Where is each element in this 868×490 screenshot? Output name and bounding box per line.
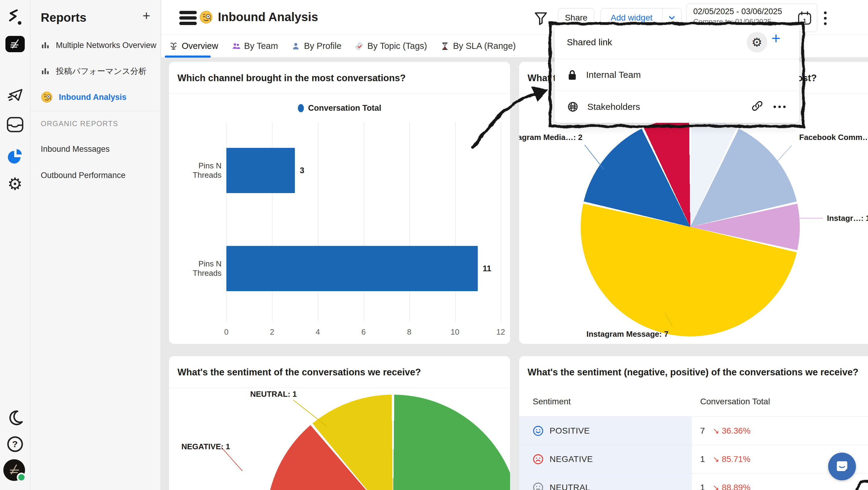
bar-chart-icon <box>41 67 50 76</box>
column-header[interactable]: Conversation Total <box>692 387 868 416</box>
bar-chart-icon <box>41 41 50 50</box>
trend-down-icon: ↘ <box>713 484 719 490</box>
lock-icon <box>567 69 578 81</box>
pie-label: NEGATIVE: 1 <box>181 442 230 451</box>
widget-divider <box>169 388 510 388</box>
sentiment-pie-chart[interactable] <box>266 395 510 490</box>
tab-by-topic[interactable]: By Topic (Tags) <box>354 35 427 57</box>
sentiment-label: POSITIVE <box>550 426 590 436</box>
channels-pie-chart[interactable] <box>581 118 800 336</box>
tab-label: By Team <box>244 41 278 51</box>
sidebar-item-inbound-analysis[interactable]: Inbound Analysis <box>30 86 161 109</box>
add-widget-button[interactable]: Add widget <box>600 8 681 28</box>
widget-sentiment-pie: What's the sentiment of the conversation… <box>169 356 510 490</box>
globe-icon <box>567 101 579 113</box>
y-axis-category: Pins N Threads <box>175 259 221 278</box>
workspace-badge-icon[interactable] <box>5 36 25 53</box>
share-button[interactable]: Share <box>558 8 594 28</box>
tab-by-team[interactable]: By Team <box>231 35 278 57</box>
sentiment-label: NEGATIVE <box>550 454 593 464</box>
help-icon[interactable]: ? <box>7 436 23 452</box>
chat-bubble-icon <box>834 459 850 474</box>
widget-title: What's the sentiment (negative, positive… <box>528 367 858 378</box>
tab-label: Overview <box>182 41 218 51</box>
sentiment-table: Sentiment Conversation Total POSITIVE 7 … <box>519 387 868 490</box>
sidebar-item-label: 投稿パフォーマンス分析 <box>56 66 147 77</box>
bar-row[interactable]: 3 <box>226 148 501 193</box>
chart-legend[interactable]: Conversation Total <box>169 103 510 113</box>
sidebar-item-post-performance[interactable]: 投稿パフォーマンス分析 <box>30 60 161 83</box>
change-percent: 88.89% <box>722 483 750 490</box>
reports-sidebar: Reports + Multiple Networks Overview 投稿パ… <box>30 0 161 490</box>
legend-label: Conversation Total <box>308 103 381 113</box>
bar-plot: 3 11 <box>226 122 501 321</box>
bust-icon <box>291 42 300 51</box>
toc-menu-icon[interactable] <box>179 11 197 25</box>
column-header[interactable]: Sentiment <box>519 387 692 416</box>
tab-overview[interactable]: Overview <box>169 35 218 57</box>
tab-by-profile[interactable]: By Profile <box>291 35 341 57</box>
page-title: Inbound Analysis <box>218 10 318 24</box>
sidebar-item-label: Inbound Analysis <box>59 93 126 102</box>
widget-channel-conversations: Which channel brought in the most conver… <box>169 62 510 344</box>
sidebar-section-label: ORGANIC REPORTS <box>41 120 118 128</box>
filter-icon[interactable] <box>534 11 548 27</box>
bar-row[interactable]: 11 <box>226 246 501 291</box>
sidebar-item-label: Outbound Performance <box>41 171 126 180</box>
inbox-icon[interactable] <box>6 117 24 133</box>
new-report-button[interactable]: + <box>143 9 150 22</box>
trend-down-icon: ↘ <box>713 427 719 435</box>
gear-icon: ⚙ <box>751 36 763 48</box>
bar-segment[interactable] <box>226 246 478 291</box>
user-avatar[interactable] <box>3 459 28 483</box>
more-options-icon[interactable] <box>824 11 827 25</box>
total-value: 1 <box>700 454 705 464</box>
support-chat-button[interactable] <box>828 453 856 480</box>
table-row[interactable]: NEGATIVE 1 ↘ 85.71% <box>519 445 868 473</box>
shared-link-settings-button[interactable]: ⚙ <box>747 32 767 53</box>
reports-pie-icon[interactable] <box>6 146 24 164</box>
sentiment-label: NEUTRAL <box>550 483 590 490</box>
table-row[interactable]: POSITIVE 7 ↘ 36.36% <box>519 417 868 445</box>
pie-label: Instagr…: 1 <box>827 214 868 223</box>
shared-link-internal-team[interactable]: Internal Team <box>555 59 799 91</box>
chevron-down-icon[interactable] <box>662 13 681 22</box>
copy-link-icon[interactable] <box>751 100 764 115</box>
y-axis-category: Pins N Threads <box>175 161 221 180</box>
publishing-plane-icon[interactable] <box>6 86 24 104</box>
settings-gear-icon[interactable]: ⚙ <box>7 175 22 193</box>
bar-segment[interactable] <box>226 148 295 193</box>
bar-value-label: 3 <box>300 166 304 175</box>
monocle-face-icon <box>199 10 213 25</box>
brand-logo-icon[interactable] <box>6 8 24 27</box>
date-range-value: 02/05/2025 - 03/06/2025 <box>693 7 811 16</box>
table-row[interactable]: NEUTRAL 1 ↘ 88.89% <box>519 473 868 490</box>
total-value: 7 <box>700 426 705 436</box>
tab-label: By SLA (Range) <box>453 41 516 51</box>
legend-swatch <box>298 104 304 112</box>
bar-value-label: 11 <box>483 264 491 273</box>
shared-link-label: Stakeholders <box>587 102 640 112</box>
tab-label: By Topic (Tags) <box>367 41 427 51</box>
dark-mode-moon-icon[interactable] <box>7 409 24 426</box>
sidebar-item-label: Multiple Networks Overview <box>56 41 156 50</box>
sidebar-item-multiple-networks[interactable]: Multiple Networks Overview <box>30 34 161 57</box>
calendar-icon: 1 <box>797 10 812 27</box>
pie-label: NEUTRAL: 1 <box>250 390 297 399</box>
widget-title: Which channel brought in the most conver… <box>178 73 406 84</box>
positive-face-icon <box>533 425 544 436</box>
tab-by-sla[interactable]: By SLA (Range) <box>440 35 516 57</box>
change-percent: 85.71% <box>722 454 750 464</box>
sidebar-item-inbound-messages[interactable]: Inbound Messages <box>30 138 161 161</box>
bookmark-icon <box>354 42 364 51</box>
sidebar-item-outbound-performance[interactable]: Outbound Performance <box>30 164 161 187</box>
more-actions-icon[interactable] <box>774 106 785 108</box>
add-shared-link-button[interactable]: + <box>771 30 780 46</box>
shared-link-stakeholders[interactable]: Stakeholders <box>555 91 799 123</box>
trend-down-icon: ↘ <box>713 455 719 463</box>
widget-sentiment-table: What's the sentiment (negative, positive… <box>519 356 868 490</box>
fountain-icon <box>169 42 178 51</box>
shared-link-popup: Shared link ⚙ + Internal Team Stakeholde… <box>555 26 799 123</box>
add-widget-label[interactable]: Add widget <box>601 13 662 23</box>
change-percent: 36.36% <box>722 426 750 436</box>
